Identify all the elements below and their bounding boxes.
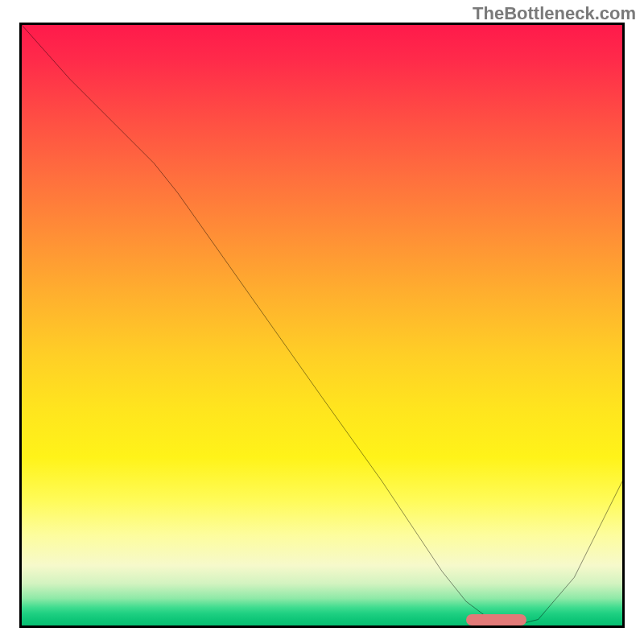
target-marker [466,614,526,625]
chart-frame [19,23,625,628]
bottleneck-curve [22,25,622,625]
watermark-text: TheBottleneck.com [473,3,636,24]
